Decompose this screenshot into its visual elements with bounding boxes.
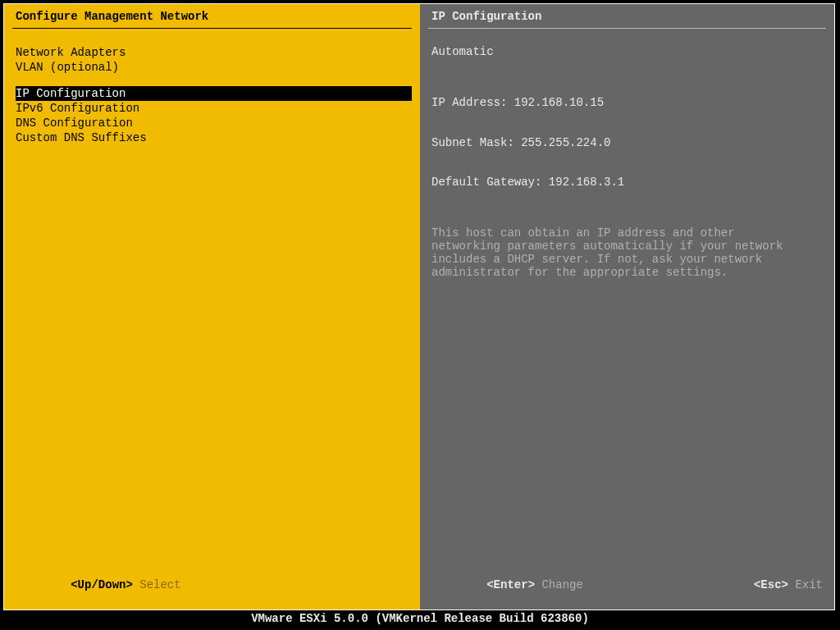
- updown-action-label: Select: [139, 578, 180, 591]
- esc-action-label: Exit: [795, 578, 823, 591]
- menu-item-vlan[interactable]: VLAN (optional): [16, 60, 409, 75]
- menu-item-ip-configuration[interactable]: IP Configuration: [16, 86, 412, 101]
- menu-pane: Configure Management Network Network Ada…: [4, 4, 420, 609]
- esc-hint: <Esc> Exit: [699, 565, 823, 605]
- ip-detail-lines: IP Address: 192.168.10.15 Subnet Mask: 2…: [431, 70, 823, 215]
- ip-address-line: IP Address: 192.168.10.15: [431, 96, 823, 109]
- enter-key-label: <Enter>: [486, 578, 535, 591]
- menu-item-dns-configuration[interactable]: DNS Configuration: [16, 116, 409, 130]
- menu-pane-title: Configure Management Network: [4, 4, 420, 28]
- ip-mode-label: Automatic: [431, 45, 823, 58]
- updown-key-label: <Up/Down>: [71, 578, 133, 591]
- menu-footer-hint: <Up/Down> Select: [16, 565, 181, 605]
- menu-group-1: Network Adapters VLAN (optional): [16, 45, 409, 75]
- status-bar: VMware ESXi 5.0.0 (VMKernel Release Buil…: [0, 612, 840, 625]
- detail-body: Automatic IP Address: 192.168.10.15 Subn…: [420, 29, 834, 280]
- esxi-dcus-screen: Configure Management Network Network Ada…: [0, 0, 840, 630]
- default-gateway-line: Default Gateway: 192.168.3.1: [431, 176, 823, 189]
- detail-pane-title: IP Configuration: [420, 4, 834, 28]
- menu-item-custom-dns-suffixes[interactable]: Custom DNS Suffixes: [16, 130, 409, 145]
- menu-item-ipv6-configuration[interactable]: IPv6 Configuration: [16, 101, 409, 116]
- enter-action-label: Change: [541, 578, 582, 591]
- menu-item-network-adapters[interactable]: Network Adapters: [16, 45, 409, 60]
- ip-help-text: This host can obtain an IP address and o…: [431, 226, 809, 279]
- menu-group-2: IP Configuration IPv6 Configuration DNS …: [16, 86, 409, 145]
- main-frame: Configure Management Network Network Ada…: [3, 3, 835, 610]
- menu-body: Network Adapters VLAN (optional) IP Conf…: [4, 29, 420, 145]
- enter-hint: <Enter> Change: [431, 565, 583, 605]
- detail-pane: IP Configuration Automatic IP Address: 1…: [420, 4, 834, 609]
- subnet-mask-line: Subnet Mask: 255.255.224.0: [431, 136, 823, 149]
- esc-key-label: <Esc>: [754, 578, 788, 591]
